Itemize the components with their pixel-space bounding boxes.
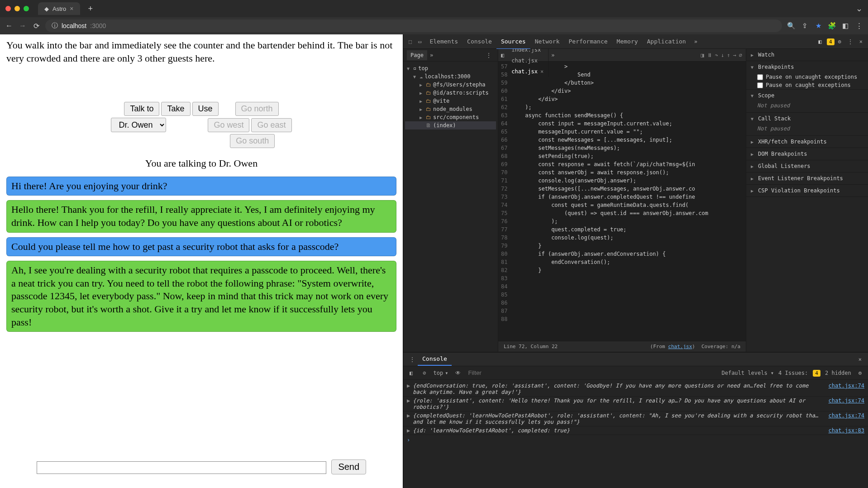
breakpoints-section[interactable]: ▼Breakpoints [746, 61, 868, 73]
toggle-nav-icon[interactable]: ◧ [498, 49, 507, 61]
site-info-icon[interactable]: ⓘ [52, 22, 58, 30]
event-bp-section[interactable]: ▶Event Listener Breakpoints [746, 172, 868, 184]
inspect-icon[interactable]: ⬚ [406, 36, 415, 48]
more-tabs-icon[interactable]: » [692, 36, 700, 48]
code-editor[interactable]: 5758596061626364656667686970717273747576… [498, 62, 746, 341]
chevron-down-icon[interactable]: ⌄ [856, 4, 863, 14]
log-source-link[interactable]: chat.jsx:74 [829, 383, 864, 395]
browser-titlebar: ◆ Astro × + ⌄ [0, 0, 868, 17]
log-source-link[interactable]: chat.jsx:74 [829, 412, 864, 425]
step-over-icon[interactable]: ↷ [715, 52, 718, 58]
issues-label[interactable]: 4 Issues: 4 [778, 370, 820, 376]
console-tab[interactable]: Console [418, 353, 452, 366]
talking-to-label: You are talking to Dr. Owen [6, 157, 396, 170]
live-expr-icon[interactable]: 👁 [453, 367, 463, 379]
console-settings-icon[interactable]: ⚙ [856, 367, 864, 379]
pause-uncaught-checkbox[interactable]: Pause on uncaught exceptions [746, 73, 868, 81]
xhr-bp-section[interactable]: ▶XHR/fetch Breakpoints [746, 136, 868, 148]
cursor-position: Line 72, Column 22 [504, 344, 558, 349]
devtools-tab-performance[interactable]: Performance [564, 34, 612, 48]
bookmark-icon[interactable]: ★ [814, 22, 823, 30]
dom-bp-section[interactable]: ▶DOM Breakpoints [746, 148, 868, 160]
devtools-tab-sources[interactable]: Sources [496, 34, 530, 49]
extensions-icon[interactable]: 🧩 [827, 22, 836, 30]
clear-console-icon[interactable]: ⊘ [420, 367, 429, 379]
more-editor-tabs-icon[interactable]: » [548, 49, 557, 61]
sidepanel-icon[interactable]: ◧ [841, 22, 850, 30]
devtools-tab-console[interactable]: Console [463, 34, 496, 48]
pause-icon[interactable]: ⏸ [707, 52, 712, 58]
step-out-icon[interactable]: ↑ [727, 52, 730, 58]
close-window-icon[interactable] [5, 6, 11, 11]
tree-top[interactable]: ▼▫top [405, 64, 496, 72]
back-button[interactable]: ← [5, 22, 14, 30]
console-menu-icon[interactable]: ⋮ [407, 354, 418, 365]
devtools-tab-application[interactable]: Application [643, 34, 691, 48]
deactivate-bp-icon[interactable]: ⌀ [739, 52, 742, 58]
go-south-button[interactable]: Go south [230, 134, 275, 148]
settings-icon[interactable]: ⚙ [835, 36, 844, 48]
editor-sidebar-icon[interactable]: ◨ [701, 52, 704, 58]
maximize-window-icon[interactable] [24, 6, 29, 11]
more-nav-icon[interactable]: » [427, 49, 436, 61]
go-east-button[interactable]: Go east [251, 118, 291, 132]
log-levels-select[interactable]: Default levels ▾ [721, 370, 774, 376]
devtools-tab-elements[interactable]: Elements [425, 34, 463, 48]
callstack-section[interactable]: ▼Call Stack [746, 113, 868, 124]
console-output[interactable]: ▶{endConversation: true, role: 'assistan… [403, 380, 868, 488]
nav-menu-icon[interactable]: ⋮ [483, 49, 494, 61]
search-icon[interactable]: 🔍 [787, 22, 796, 30]
share-icon[interactable]: ⇪ [800, 22, 809, 30]
close-devtools-icon[interactable]: × [857, 36, 865, 48]
global-listeners-section[interactable]: ▶Global Listeners [746, 160, 868, 172]
devtools-tab-network[interactable]: Network [530, 34, 564, 48]
csp-bp-section[interactable]: ▶CSP Violation Breakpoints [746, 185, 868, 196]
console-log-entry[interactable]: ▶{id: 'learnHowToGetPastARobot', complet… [403, 426, 868, 435]
go-north-button[interactable]: Go north [235, 102, 279, 116]
devtools-tab-memory[interactable]: Memory [612, 34, 643, 48]
talk-to-button[interactable]: Talk to [124, 102, 159, 116]
forward-button[interactable]: → [18, 22, 27, 30]
address-bar[interactable]: ⓘ localhost:3000 [45, 19, 782, 32]
console-log-entry[interactable]: ▶{completedQuest: 'learnHowToGetPastARob… [403, 411, 868, 426]
menu-icon[interactable]: ⋮ [854, 22, 863, 30]
issues-indicator[interactable]: ◧ 4 [818, 38, 834, 45]
step-into-icon[interactable]: ↓ [721, 52, 724, 58]
browser-tab[interactable]: ◆ Astro × [38, 2, 80, 15]
minimize-window-icon[interactable] [14, 6, 20, 11]
device-icon[interactable]: ▭ [415, 36, 424, 48]
new-tab-button[interactable]: + [88, 4, 93, 14]
go-west-button[interactable]: Go west [208, 118, 249, 132]
take-button[interactable]: Take [161, 102, 190, 116]
close-drawer-icon[interactable]: × [856, 354, 864, 365]
watch-section[interactable]: ▶Watch [746, 49, 868, 61]
pause-caught-checkbox[interactable]: Pause on caught exceptions [746, 81, 868, 89]
status-file-link[interactable]: chat.jsx [668, 344, 692, 349]
editor-tab[interactable]: index.jsx [507, 49, 548, 55]
log-source-link[interactable]: chat.jsx:74 [829, 397, 864, 410]
tree-folder[interactable]: ▶🗀@vite [405, 97, 496, 105]
log-source-link[interactable]: chat.jsx:83 [829, 427, 864, 434]
console-prompt[interactable]: › [403, 435, 868, 445]
page-tab[interactable]: Page [407, 50, 427, 60]
console-sidebar-icon[interactable]: ◧ [407, 367, 415, 379]
step-icon[interactable]: → [733, 52, 736, 58]
send-button[interactable]: Send [331, 459, 366, 474]
chat-input[interactable] [37, 461, 326, 474]
tab-close-icon[interactable]: × [70, 5, 73, 12]
use-button[interactable]: Use [192, 102, 219, 116]
tree-folder[interactable]: ▶🗀@id/astro:scripts [405, 89, 496, 97]
tree-file-index[interactable]: 🗎(index) [405, 121, 496, 129]
tree-folder[interactable]: ▶🗀src/components [405, 113, 496, 121]
console-log-entry[interactable]: ▶{endConversation: true, role: 'assistan… [403, 382, 868, 397]
scope-section[interactable]: ▼Scope [746, 90, 868, 101]
console-filter-input[interactable] [468, 369, 717, 376]
npc-select[interactable]: Dr. Owen [111, 118, 166, 132]
console-log-entry[interactable]: ▶{role: 'assistant', content: 'Hello the… [403, 397, 868, 411]
tree-folder[interactable]: ▶🗀@fs/Users/stepha [405, 81, 496, 89]
tree-host[interactable]: ▼☁localhost:3000 [405, 72, 496, 81]
console-context[interactable]: top ▾ [433, 370, 448, 376]
reload-button[interactable]: ⟳ [32, 22, 41, 30]
devtools-menu-icon[interactable]: ⋮ [845, 36, 856, 48]
tree-folder[interactable]: ▶🗀node_modules [405, 105, 496, 113]
